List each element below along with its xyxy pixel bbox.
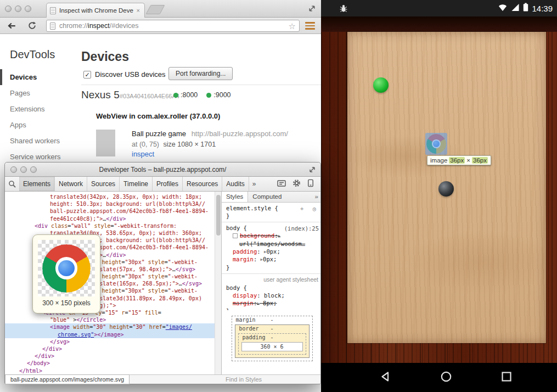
sidebar-item-apps[interactable]: Apps xyxy=(0,117,81,133)
port-forwarding-button[interactable]: Port forwarding... xyxy=(168,67,233,80)
new-style-rule-icons[interactable]: + ◎ xyxy=(300,205,319,212)
nav-back-icon[interactable] xyxy=(379,370,392,385)
devtools-minimize-button[interactable] xyxy=(20,166,27,173)
box-model-padding-label: padding xyxy=(243,334,266,340)
style-declaration[interactable]: margin:▶ 8px; xyxy=(222,299,320,307)
gear-icon[interactable] xyxy=(292,179,301,189)
devtools-tab-audits[interactable]: Audits xyxy=(222,177,249,191)
window-expand-icon[interactable] xyxy=(308,4,316,15)
transparency-checkerboard xyxy=(38,240,95,296)
discover-usb-label[interactable]: Discover USB devices xyxy=(95,70,166,79)
hovered-url-crumb: ball-puzzle.appspot.com/images/chrome.sv… xyxy=(5,374,130,384)
image-preview-size: 300 × 150 pixels xyxy=(38,299,95,307)
tooltip-tag-name: image xyxy=(430,157,447,164)
battery-icon xyxy=(523,3,528,14)
code-line[interactable]: </div> xyxy=(5,352,215,360)
android-screen: 14:39 image 36px × 36px xyxy=(321,0,557,392)
styles-overflow-icon[interactable]: » xyxy=(312,192,320,202)
image-preview-tooltip: 300 × 150 pixels xyxy=(32,234,100,313)
new-tab-button[interactable] xyxy=(145,5,165,14)
devtools-close-button[interactable] xyxy=(10,166,17,173)
devtools-tab-elements[interactable]: Elements xyxy=(19,177,55,191)
page-security-icon[interactable] xyxy=(50,23,55,30)
ball-puzzle-game: image 36px × 36px xyxy=(321,16,557,363)
code-line[interactable]: </html> xyxy=(5,367,215,374)
code-line[interactable]: height: 510.3px; background: url(blob:ht… xyxy=(5,200,215,208)
style-declaration[interactable]: background:▶ xyxy=(222,232,320,240)
style-declaration[interactable]: element.style {+ ◎ xyxy=(222,204,320,212)
tab-overflow-icon[interactable]: » xyxy=(249,177,260,191)
property-checkbox[interactable] xyxy=(233,233,238,238)
window-zoom-button[interactable] xyxy=(25,5,31,12)
green-ball[interactable] xyxy=(373,77,389,93)
window-minimize-button[interactable] xyxy=(15,5,21,12)
style-declaration[interactable]: url("images/woodsm… xyxy=(222,240,320,248)
style-declaration[interactable]: display: block; xyxy=(222,292,320,299)
styles-tabbar-tabs: StylesComputed xyxy=(222,192,286,202)
code-line[interactable]: </svg> xyxy=(5,338,215,345)
discover-usb-checkbox[interactable]: ✓ xyxy=(83,71,91,79)
devtools-tab-profiles[interactable]: Profiles xyxy=(153,177,183,191)
devtools-zoom-button[interactable] xyxy=(30,166,37,173)
search-icon[interactable] xyxy=(5,177,19,191)
code-line[interactable]: translate3d(342px, 28.35px, 0px); width:… xyxy=(5,193,215,200)
code-line[interactable]: <div class="wall" style="-webkit-transfo… xyxy=(5,222,215,229)
style-declaration[interactable]: } xyxy=(222,264,320,271)
code-line[interactable]: ball-puzzle.appspot.com/642ec0b3-fb8f-4e… xyxy=(5,208,215,215)
console-drawer-icon[interactable] xyxy=(277,180,286,189)
frame-top-edge xyxy=(321,16,557,32)
webview-page-url: http://ball-puzzle.appspot.com/ xyxy=(192,130,288,138)
elements-scrollbar[interactable] xyxy=(215,192,221,376)
style-declaration[interactable]: padding: ▶0px; xyxy=(222,248,320,256)
code-line[interactable]: </body> xyxy=(5,360,215,367)
style-declaration[interactable]: body {(index):25 xyxy=(222,224,320,232)
code-line[interactable]: "blue" ></circle> xyxy=(5,316,215,323)
style-declaration[interactable]: margin: ▶0px; xyxy=(222,255,320,264)
sidebar-item-pages[interactable]: Pages xyxy=(0,85,81,101)
style-declaration[interactable]: } xyxy=(222,212,320,220)
sidebar-item-extensions[interactable]: Extensions xyxy=(0,101,81,117)
usb-debugging-bug-icon xyxy=(339,4,348,15)
address-bar[interactable]: chrome://inspect/#devices ☆ xyxy=(46,20,300,32)
inspect-link[interactable]: inspect xyxy=(132,150,154,158)
devtools-tab-network[interactable]: Network xyxy=(55,177,87,191)
android-navbar xyxy=(321,363,557,392)
screenshot-root: Inspect with Chrome Deve × chrome://insp… xyxy=(0,0,557,392)
stylesheet-source-link[interactable]: (index):25 xyxy=(284,225,319,232)
devtools-expand-icon[interactable] xyxy=(308,166,316,176)
styles-tab-styles[interactable]: Styles xyxy=(221,192,248,202)
sidebar-item-devices[interactable]: Devices xyxy=(0,69,81,85)
url-text: chrome://inspect/#devices xyxy=(59,22,139,30)
devtools-tab-sources[interactable]: Sources xyxy=(87,177,120,191)
window-close-button[interactable] xyxy=(5,5,12,12)
device-mode-icon[interactable] xyxy=(307,179,314,189)
tab-close-icon[interactable]: × xyxy=(136,7,141,14)
code-line[interactable]: </div> xyxy=(5,345,215,352)
browser-tab[interactable]: Inspect with Chrome Deve × xyxy=(46,3,145,18)
find-in-styles-field[interactable]: Find in Styles xyxy=(226,376,262,383)
devtools-toolbar-icons xyxy=(277,177,320,191)
browser-menu-icon[interactable] xyxy=(303,20,317,31)
port-status-dot xyxy=(206,93,211,98)
webview-geometry: at (0, 75) size 1080 × 1701 xyxy=(132,141,216,148)
code-line[interactable]: chrome.svg"></image> xyxy=(5,331,215,338)
bookmark-star-icon[interactable]: ☆ xyxy=(289,22,296,30)
inspect-highlight-overlay xyxy=(425,133,447,155)
code-line[interactable]: <image width="30" height="30" href="imag… xyxy=(5,323,215,331)
styles-tab-computed[interactable]: Computed xyxy=(248,192,286,202)
tooltip-width: 36px xyxy=(449,157,465,164)
style-declaration[interactable]: body { xyxy=(222,284,320,292)
inspect-sidebar-list: DevicesPagesExtensionsAppsShared workers… xyxy=(0,69,81,165)
nav-recents-icon[interactable] xyxy=(500,370,513,385)
scrollbar-thumb[interactable] xyxy=(216,195,221,236)
dark-ball[interactable] xyxy=(438,181,454,197)
reload-button[interactable] xyxy=(27,21,37,32)
back-button[interactable] xyxy=(7,21,16,33)
devtools-tab-resources[interactable]: Resources xyxy=(183,177,222,191)
status-clock: 14:39 xyxy=(532,4,553,13)
code-line[interactable]: fee461cc40c8);">…</div> xyxy=(5,215,215,222)
wifi-icon xyxy=(498,3,508,14)
sidebar-item-shared-workers[interactable]: Shared workers xyxy=(0,133,81,149)
nav-home-icon[interactable] xyxy=(440,370,453,385)
devtools-tab-timeline[interactable]: Timeline xyxy=(120,177,153,191)
